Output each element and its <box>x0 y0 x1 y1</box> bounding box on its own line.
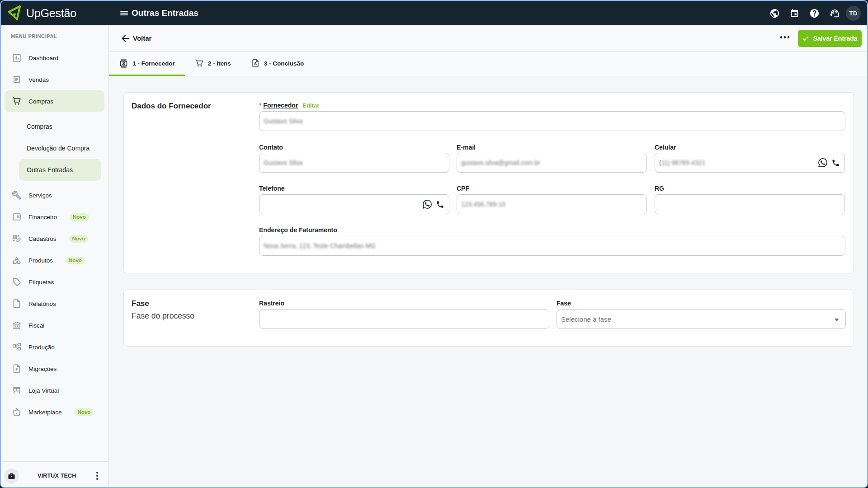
svg-text:S: S <box>254 61 257 66</box>
